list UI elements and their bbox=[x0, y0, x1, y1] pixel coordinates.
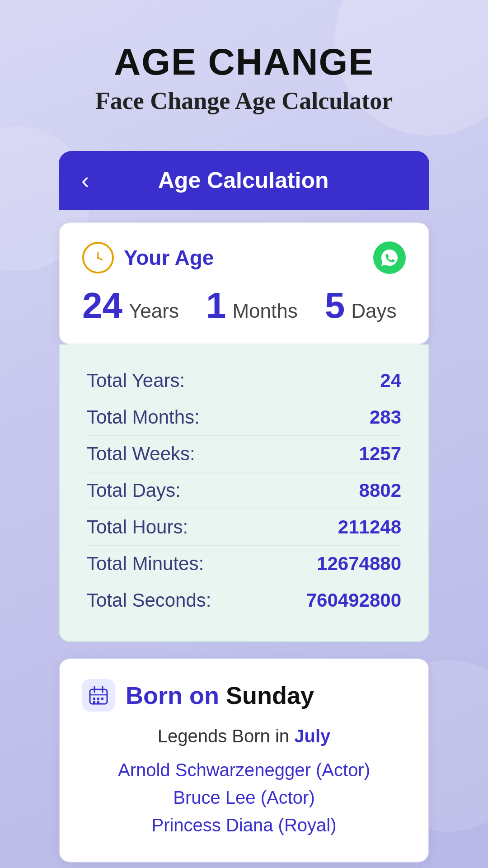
legend-item: Arnold Schwarzenegger (Actor) bbox=[82, 756, 406, 784]
days-label: Days bbox=[351, 300, 396, 322]
svg-rect-8 bbox=[93, 698, 95, 700]
stats-card: Total Years: 24 Total Months: 283 Total … bbox=[59, 344, 429, 642]
whatsapp-icon-svg bbox=[380, 248, 399, 268]
legends-list: Arnold Schwarzenegger (Actor)Bruce Lee (… bbox=[82, 756, 406, 839]
legend-item: Princess Diana (Royal) bbox=[82, 811, 406, 839]
app-subtitle: Face Change Age Calculator bbox=[95, 87, 393, 115]
age-numbers-row: 24 Years 1 Months 5 Days bbox=[82, 288, 406, 324]
stat-row: Total Years: 24 bbox=[87, 363, 401, 399]
stat-label: Total Hours: bbox=[87, 516, 188, 538]
svg-rect-11 bbox=[93, 701, 95, 703]
back-button[interactable]: ‹ bbox=[81, 169, 89, 192]
svg-rect-9 bbox=[97, 698, 99, 700]
stat-value: 8802 bbox=[359, 480, 401, 501]
years-unit: 24 Years bbox=[82, 288, 179, 324]
svg-rect-12 bbox=[97, 701, 99, 703]
born-header: Born on Sunday bbox=[82, 679, 406, 712]
whatsapp-share-button[interactable] bbox=[373, 241, 406, 274]
stat-label: Total Days: bbox=[87, 480, 181, 501]
days-number: 5 bbox=[325, 288, 345, 324]
legend-item: Bruce Lee (Actor) bbox=[82, 784, 406, 811]
stat-row: Total Seconds: 760492800 bbox=[87, 582, 401, 618]
main-card-container: ‹ Age Calculation Your Age bbox=[59, 151, 429, 863]
born-card: Born on Sunday Legends Born in July Arno… bbox=[59, 658, 429, 863]
stat-row: Total Months: 283 bbox=[87, 399, 401, 436]
stat-label: Total Minutes: bbox=[87, 553, 204, 575]
stat-label: Total Years: bbox=[87, 370, 185, 392]
clock-icon bbox=[82, 242, 114, 274]
birth-month: July bbox=[294, 726, 330, 746]
stat-row: Total Weeks: 1257 bbox=[87, 436, 401, 472]
months-number: 1 bbox=[206, 288, 226, 324]
stat-value: 211248 bbox=[338, 516, 401, 538]
calendar-icon bbox=[82, 679, 115, 712]
your-age-card: Your Age 24 Years 1 Months 5 Days bbox=[59, 222, 429, 344]
your-age-label: Your Age bbox=[124, 245, 214, 270]
months-unit: 1 Months bbox=[206, 288, 298, 324]
born-day-name: Sunday bbox=[226, 682, 314, 709]
stat-value: 760492800 bbox=[306, 590, 401, 611]
your-age-left: Your Age bbox=[82, 242, 214, 274]
calendar-svg bbox=[88, 685, 109, 706]
svg-point-3 bbox=[97, 257, 99, 259]
clock-svg bbox=[89, 249, 107, 267]
stat-value: 12674880 bbox=[317, 553, 401, 575]
legends-intro-text: Legends Born in July bbox=[82, 726, 406, 746]
days-unit: 5 Days bbox=[325, 288, 397, 324]
stat-row: Total Hours: 211248 bbox=[87, 509, 401, 546]
app-title: AGE CHANGE bbox=[114, 41, 374, 83]
born-on-text: Born on Sunday bbox=[126, 681, 314, 709]
card-header: ‹ Age Calculation bbox=[59, 151, 429, 210]
stat-row: Total Minutes: 12674880 bbox=[87, 546, 401, 582]
stat-value: 24 bbox=[380, 370, 401, 392]
born-on-label: Born on bbox=[126, 682, 219, 709]
stat-label: Total Seconds: bbox=[87, 590, 211, 611]
stat-value: 1257 bbox=[359, 443, 401, 465]
stat-label: Total Months: bbox=[87, 406, 200, 428]
years-label: Years bbox=[129, 300, 179, 322]
stat-value: 283 bbox=[370, 406, 401, 428]
your-age-header: Your Age bbox=[82, 241, 406, 274]
months-label: Months bbox=[232, 300, 297, 322]
card-header-title: Age Calculation bbox=[103, 167, 384, 193]
stat-row: Total Days: 8802 bbox=[87, 472, 401, 509]
years-number: 24 bbox=[82, 288, 122, 324]
svg-rect-10 bbox=[101, 698, 103, 700]
stat-label: Total Weeks: bbox=[87, 443, 195, 465]
